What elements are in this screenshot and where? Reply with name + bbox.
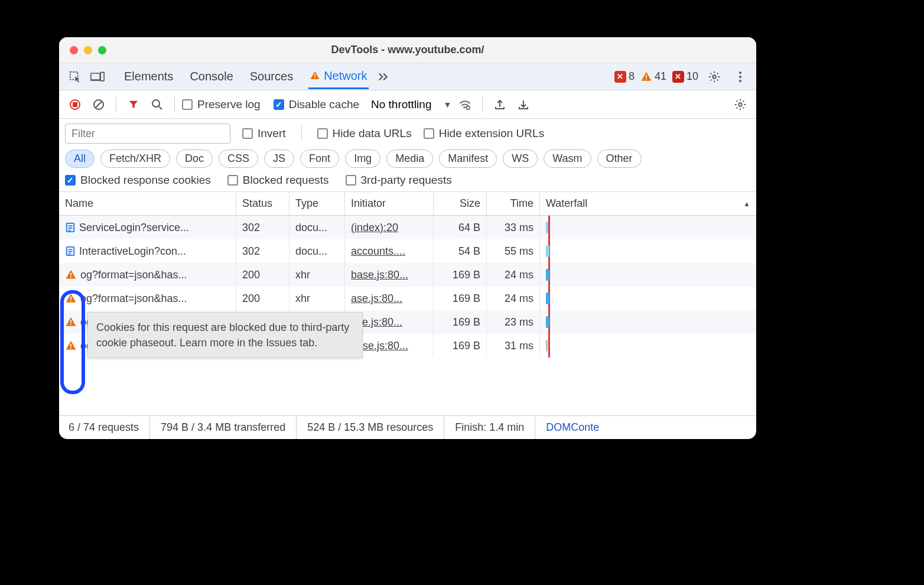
tab-sources[interactable]: Sources <box>249 65 294 88</box>
panel-tabs: Elements Console Sources Network <box>123 64 369 89</box>
svg-point-11 <box>739 80 741 82</box>
caret-down-icon: ▼ <box>443 100 451 109</box>
svg-point-10 <box>739 76 741 78</box>
cell-time: 55 ms <box>487 239 540 263</box>
svg-rect-4 <box>314 74 315 77</box>
import-har-icon[interactable] <box>490 95 510 115</box>
svg-point-9 <box>739 72 741 74</box>
network-toolbar: Preserve log Disable cache No throttling… <box>59 90 756 119</box>
initiator-link[interactable]: base.js:80... <box>351 269 408 281</box>
initiator-link[interactable]: accounts.... <box>351 245 405 258</box>
type-chip-media[interactable]: Media <box>386 150 433 168</box>
warning-icon <box>65 269 77 281</box>
svg-point-19 <box>738 103 742 106</box>
device-toolbar-icon[interactable] <box>87 67 108 87</box>
table-row[interactable]: og?format=json&has...200xhrase.js:80...1… <box>59 287 756 310</box>
initiator-link[interactable]: ase.js:80... <box>351 292 402 305</box>
initiator-link[interactable]: (index):20 <box>351 222 398 234</box>
type-chip-all[interactable]: All <box>65 150 95 168</box>
status-resources: 524 B / 15.3 MB resources <box>297 416 444 439</box>
issue-icon: ✕ <box>672 71 684 83</box>
tab-network[interactable]: Network <box>308 64 368 89</box>
column-waterfall[interactable]: Waterfall▲ <box>540 192 756 215</box>
window-title: DevTools - www.youtube.com/ <box>59 44 756 56</box>
svg-rect-7 <box>646 79 647 80</box>
type-chip-fetchxhr[interactable]: Fetch/XHR <box>100 150 170 168</box>
svg-point-8 <box>712 75 716 79</box>
column-type[interactable]: Type <box>289 192 345 215</box>
cookie-blocked-tooltip: Cookies for this request are blocked due… <box>87 312 363 358</box>
svg-point-16 <box>152 100 160 107</box>
panel-tabstrip: Elements Console Sources Network ✕ 8 41 <box>59 63 756 90</box>
more-menu-icon[interactable] <box>730 67 750 87</box>
blocked-cookies-checkbox[interactable]: Blocked response cookies <box>65 174 211 187</box>
clear-button[interactable] <box>89 95 109 115</box>
warning-icon <box>310 70 320 81</box>
cell-time: 23 ms <box>487 310 540 334</box>
cell-time: 31 ms <box>487 334 540 358</box>
column-initiator[interactable]: Initiator <box>345 192 434 215</box>
more-tabs-button[interactable] <box>378 72 391 82</box>
network-conditions-icon[interactable] <box>455 95 475 115</box>
titlebar: DevTools - www.youtube.com/ <box>59 37 756 63</box>
type-chip-doc[interactable]: Doc <box>176 150 213 168</box>
checkbox-checked-icon <box>274 99 284 110</box>
request-name: og?format=json&has... <box>80 269 187 281</box>
network-settings-icon[interactable] <box>730 95 750 115</box>
warning-icon <box>65 340 77 352</box>
type-chip-wasm[interactable]: Wasm <box>544 150 591 168</box>
type-chip-js[interactable]: JS <box>264 150 294 168</box>
cell-status: 200 <box>236 263 289 287</box>
type-chip-manifest[interactable]: Manifest <box>439 150 497 168</box>
hide-data-urls-checkbox[interactable]: Hide data URLs <box>317 127 412 140</box>
request-name: og?format=json&has... <box>80 292 187 305</box>
error-count[interactable]: ✕ 8 <box>614 70 635 83</box>
cell-size: 169 B <box>434 334 487 358</box>
cell-type: xhr <box>289 263 345 287</box>
warning-count[interactable]: 41 <box>640 70 666 83</box>
table-row[interactable]: ServiceLogin?service...302docu...(index)… <box>59 216 756 239</box>
export-har-icon[interactable] <box>513 95 533 115</box>
cell-type: docu... <box>289 216 345 239</box>
svg-rect-31 <box>70 300 71 301</box>
record-button[interactable] <box>65 95 85 115</box>
throttling-select[interactable]: No throttling ▼ <box>371 98 451 111</box>
type-chip-font[interactable]: Font <box>300 150 339 168</box>
inspect-element-icon[interactable] <box>65 67 85 87</box>
cell-time: 24 ms <box>487 287 540 310</box>
column-size[interactable]: Size <box>434 192 487 215</box>
column-name[interactable]: Name <box>59 192 236 215</box>
cell-time: 33 ms <box>487 216 540 239</box>
column-time[interactable]: Time <box>487 192 540 215</box>
svg-rect-3 <box>100 72 104 81</box>
type-chip-ws[interactable]: WS <box>503 150 538 168</box>
tab-console[interactable]: Console <box>188 65 234 88</box>
status-domcontent[interactable]: DOMConte <box>535 421 599 434</box>
cell-size: 169 B <box>434 310 487 334</box>
type-chip-img[interactable]: Img <box>345 150 380 168</box>
request-name: ServiceLogin?service... <box>79 222 189 234</box>
cell-status: 302 <box>236 216 289 239</box>
filter-input[interactable] <box>65 124 230 144</box>
table-row[interactable]: og?format=json&has...200xhrbase.js:80...… <box>59 263 756 287</box>
settings-icon[interactable] <box>704 67 724 87</box>
table-row[interactable]: InteractiveLogin?con...302docu...account… <box>59 239 756 263</box>
tab-elements[interactable]: Elements <box>123 65 174 88</box>
filter-icon[interactable] <box>123 95 144 115</box>
disable-cache-checkbox[interactable]: Disable cache <box>274 98 359 111</box>
svg-rect-34 <box>70 344 71 347</box>
blocked-requests-checkbox[interactable]: Blocked requests <box>227 174 329 187</box>
search-icon[interactable] <box>147 95 167 115</box>
svg-rect-13 <box>73 102 77 107</box>
hide-extension-urls-checkbox[interactable]: Hide extension URLs <box>424 127 544 140</box>
issue-count[interactable]: ✕ 10 <box>672 70 698 83</box>
type-chip-css[interactable]: CSS <box>219 150 258 168</box>
cell-size: 64 B <box>434 216 487 239</box>
third-party-checkbox[interactable]: 3rd-party requests <box>346 174 452 187</box>
cell-time: 24 ms <box>487 263 540 287</box>
preserve-log-checkbox[interactable]: Preserve log <box>182 98 261 111</box>
invert-checkbox[interactable]: Invert <box>242 127 286 140</box>
type-chip-other[interactable]: Other <box>597 150 642 168</box>
warning-icon <box>65 316 77 328</box>
column-status[interactable]: Status <box>236 192 289 215</box>
